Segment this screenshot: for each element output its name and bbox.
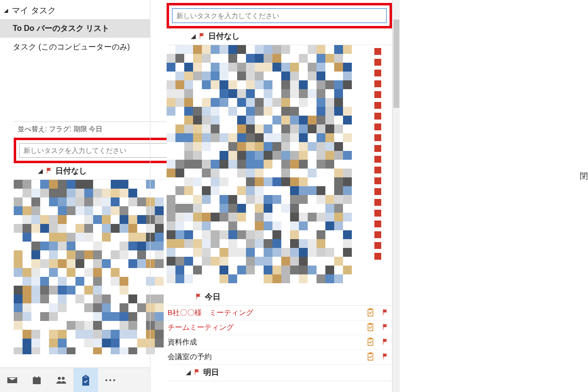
scrollbar-thumb[interactable]: [393, 20, 399, 108]
flag-icon[interactable]: [380, 323, 390, 332]
group-header-no-date-main[interactable]: ◢ 日付なし: [167, 28, 392, 45]
flag-icon: [194, 368, 200, 377]
sidebar-group-my-tasks[interactable]: ◢ マイ タスク: [0, 3, 150, 19]
module-calendar-icon[interactable]: [24, 368, 49, 392]
flag-icon: [195, 293, 202, 302]
group-header-today[interactable]: 今日: [167, 289, 392, 306]
caret-collapsed-icon: ◢: [186, 369, 191, 376]
clipboard-icon: [366, 322, 375, 333]
module-switcher: [0, 368, 150, 392]
caret-collapsed-icon: ◢: [191, 33, 196, 40]
caret-down-icon: ◢: [4, 7, 10, 14]
group-label: 日付なし: [208, 31, 240, 42]
module-people-icon[interactable]: [49, 368, 74, 392]
svg-point-2: [113, 379, 115, 381]
task-title: B社〇〇様 ミーティング: [168, 308, 361, 318]
task-row[interactable]: 資料作成: [167, 335, 392, 350]
todo-bar-popout: ⧉ 並べ替え: フラグ: 期限 今日 ▴ ◢ 日付なし ▾: [14, 122, 190, 357]
highlight-box-popout-input: [14, 138, 186, 163]
caret-collapsed-icon: ◢: [38, 168, 43, 174]
highlight-box-main-input: [167, 3, 392, 28]
group-header-no-date-popout[interactable]: ◢ 日付なし: [14, 163, 190, 180]
sidebar-group-label: マイ タスク: [12, 5, 56, 16]
sidebar-item-label: To Do バーのタスク リスト: [13, 24, 109, 32]
task-title: 会議室の予約: [168, 352, 361, 362]
task-row[interactable]: 会議室の予約: [167, 350, 392, 365]
svg-point-0: [105, 379, 107, 381]
module-more-icon[interactable]: [98, 368, 122, 392]
clipboard-icon: [366, 308, 375, 318]
group-label: 今日: [205, 292, 220, 302]
sidebar-item-tasks-local[interactable]: タスク (このコンピューターのみ): [0, 38, 150, 56]
flag-icon[interactable]: [380, 338, 390, 347]
flag-icon[interactable]: [380, 309, 390, 318]
task-row[interactable]: B社〇〇様 ミーティング: [167, 306, 392, 320]
new-task-input-main[interactable]: [172, 8, 387, 23]
flag-icon: [198, 32, 205, 41]
svg-point-1: [109, 379, 111, 381]
clipboard-icon: [366, 337, 375, 348]
group-label: 日付なし: [55, 166, 87, 176]
clipboard-icon: [366, 352, 375, 363]
popout-sort-header[interactable]: 並べ替え: フラグ: 期限 今日: [14, 122, 190, 138]
sidebar-item-todo-bar-list[interactable]: To Do バーのタスク リスト: [0, 19, 150, 38]
today-task-rows: B社〇〇様 ミーティングチームミーティング資料作成会議室の予約: [167, 306, 392, 365]
truncated-right-label: 閉: [580, 171, 588, 182]
main-task-panel: ◢ 日付なし 今日 B社〇〇様 ミーティングチームミーティング資料作成会議室の予…: [167, 0, 392, 392]
redacted-task-list: [14, 180, 190, 354]
redacted-task-list-main: [167, 45, 392, 289]
panel-divider: [150, 0, 150, 392]
group-header-tomorrow[interactable]: ◢ 明日: [167, 365, 392, 381]
task-row[interactable]: チームミーティング: [167, 320, 392, 335]
sidebar-item-label: タスク (このコンピューターのみ): [13, 43, 130, 51]
group-label: 明日: [203, 368, 219, 378]
task-title: 資料作成: [168, 338, 361, 347]
module-mail-icon[interactable]: [0, 368, 24, 392]
vertical-scrollbar[interactable]: [392, 0, 400, 392]
new-task-input-popout[interactable]: [19, 143, 181, 158]
flag-icon: [46, 167, 52, 176]
task-title: チームミーティング: [168, 323, 361, 332]
redacted-flags: [374, 48, 381, 260]
module-tasks-icon[interactable]: [74, 368, 98, 392]
flag-icon[interactable]: [380, 353, 390, 362]
